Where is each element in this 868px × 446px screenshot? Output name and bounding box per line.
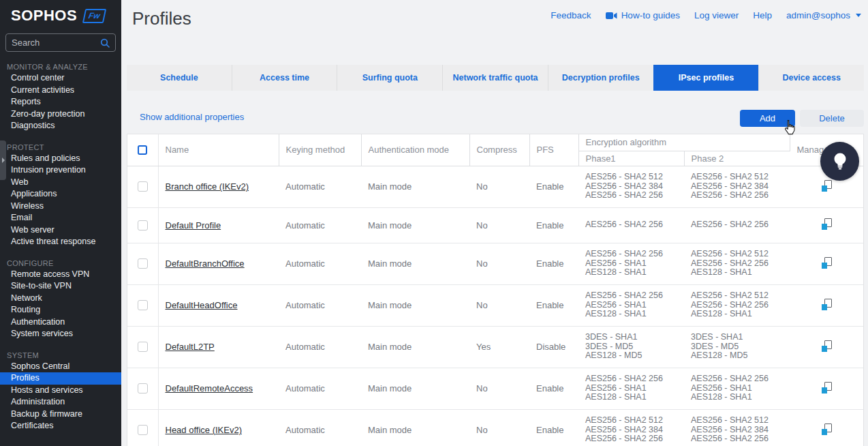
tab-access-time[interactable]: Access time [232,65,337,91]
firewall-badge-icon: Fw [82,9,106,23]
profile-name-link[interactable]: DefaultL2TP [166,342,215,352]
sidebar-item-web[interactable]: Web [0,177,121,189]
sidebar-item-authentication[interactable]: Authentication [0,316,121,329]
sidebar-item-active-threat-response[interactable]: Active threat response [0,236,121,248]
auth-mode-cell: Main mode [361,284,469,326]
sidebar-item-hosts-and-services[interactable]: Hosts and services [0,385,121,397]
auth-mode-cell: Main mode [361,243,469,284]
sidebar-item-routing[interactable]: Routing [0,304,121,316]
select-all-checkbox[interactable] [138,145,147,155]
ipsec-profiles-table: Name Keying method Authentication mode C… [127,134,864,446]
main-content: Profiles Feedback How-to guides Log view… [121,0,868,446]
sidebar-item-applications[interactable]: Applications [0,188,121,200]
profile-name-link[interactable]: DefaultRemoteAccess [166,383,253,393]
sidebar-item-certificates[interactable]: Certificates [0,420,121,432]
sidebar-item-sophos-central[interactable]: Sophos Central [0,361,121,373]
sidebar-search[interactable] [5,33,116,52]
tab-ipsec-profiles[interactable]: IPsec profiles [653,65,759,91]
sidebar-item-profiles[interactable]: Profiles [0,372,121,385]
brand-wordmark: SOPHOS [11,7,77,25]
sidebar-item-backup-firmware[interactable]: Backup & firmware [0,408,121,421]
profile-name-link[interactable]: DefaultHeadOffice [166,300,238,310]
compress-cell: No [469,207,529,243]
sidebar-item-site-to-site-vpn[interactable]: Site-to-site VPN [0,280,121,293]
log-viewer-link[interactable]: Log viewer [694,10,739,20]
profile-name-link[interactable]: DefaultBranchOffice [166,258,245,269]
col-header-authentication-mode: Authentication mode [361,134,469,166]
tab-network-traffic-quota[interactable]: Network traffic quota [442,65,548,91]
sidebar-item-web-server[interactable]: Web server [0,224,121,237]
keying-method-cell: Automatic [279,284,361,326]
row-checkbox[interactable] [138,342,148,352]
tab-device-access[interactable]: Device access [758,65,864,91]
sidebar-item-system-services[interactable]: System services [0,328,121,340]
sidebar-item-current-activities[interactable]: Current activities [0,85,121,97]
delete-button[interactable]: Delete [800,110,864,127]
phase2-cell: AES256 - SHA2 512 AES256 - SHA2 384 AES2… [684,409,790,446]
sidebar-item-zero-day-protection[interactable]: Zero-day protection [0,108,121,121]
clone-icon[interactable] [822,299,832,310]
clone-icon[interactable] [822,180,832,192]
row-checkbox[interactable] [138,425,148,435]
show-additional-properties-link[interactable]: Show additional properties [140,112,244,122]
sidebar-item-diagnostics[interactable]: Diagnostics [0,120,121,132]
how-to-guides-link[interactable]: How-to guides [606,10,680,20]
sidebar-item-reports[interactable]: Reports [0,96,121,108]
compress-cell: Yes [469,326,529,368]
sidebar-item-email[interactable]: Email [0,212,121,224]
auth-mode-cell: Main mode [361,207,469,243]
row-checkbox[interactable] [138,383,148,393]
help-lightbulb-button[interactable] [820,142,859,181]
clone-icon[interactable] [822,218,832,230]
sidebar-item-network[interactable]: Network [0,293,121,305]
pfs-cell: Enable [529,243,578,284]
profile-name-link[interactable]: Head office (IKEv2) [166,425,242,435]
row-checkbox[interactable] [138,181,148,192]
video-camera-icon [606,12,617,20]
compress-cell: No [469,166,529,207]
sidebar-item-control-center[interactable]: Control center [0,72,121,85]
add-button[interactable]: Add [740,110,795,127]
feedback-label: Feedback [551,10,591,20]
tab-schedule[interactable]: Schedule [127,65,232,91]
sidebar-item-administration[interactable]: Administration [0,396,121,408]
row-checkbox[interactable] [138,220,148,231]
tab-decryption-profiles[interactable]: Decryption profiles [548,65,653,91]
user-menu[interactable]: admin@sophos [786,10,861,20]
table-row: DefaultRemoteAccess Automatic Main mode … [127,368,863,409]
pfs-cell: Enable [529,166,578,207]
pfs-cell: Enable [529,368,578,409]
col-header-encryption-algorithm: Encryption algorithm [578,134,790,151]
sidebar-collapse-handle[interactable] [0,140,6,180]
phase1-cell: AES256 - SHA2 256 AES256 - SHA1 AES128 -… [578,284,684,326]
profile-name-link[interactable]: Branch office (IKEv2) [166,181,249,192]
clone-icon[interactable] [822,382,832,393]
clone-icon[interactable] [822,423,832,435]
col-header-phase1: Phase1 [578,151,684,166]
sophos-logo: SOPHOS Fw [0,0,121,25]
sidebar-item-wireless[interactable]: Wireless [0,200,121,213]
sidebar-item-rules-and-policies[interactable]: Rules and policies [0,153,121,165]
compress-cell: No [469,243,529,284]
feedback-link[interactable]: Feedback [551,10,591,20]
help-link[interactable]: Help [753,10,772,20]
sidebar-item-remote-access-vpn[interactable]: Remote access VPN [0,269,121,281]
row-checkbox[interactable] [138,258,148,269]
sidebar-item-intrusion-prevention[interactable]: Intrusion prevention [0,164,121,177]
clone-icon[interactable] [822,257,832,269]
table-row: Head office (IKEv2) Automatic Main mode … [127,409,863,446]
profile-name-link[interactable]: Default Profile [166,220,221,231]
table-row: DefaultBranchOffice Automatic Main mode … [127,243,863,284]
search-input[interactable] [12,38,100,48]
col-header-phase2: Phase 2 [684,151,790,166]
clone-icon[interactable] [822,340,832,352]
chevron-right-icon [2,158,5,163]
tab-surfing-quota[interactable]: Surfing quota [337,65,442,91]
pfs-cell: Disable [529,326,578,368]
row-checkbox[interactable] [138,300,148,310]
section-system: SYSTEM [0,349,121,361]
section-configure: CONFIGURE [0,257,121,269]
how-to-guides-label: How-to guides [621,10,680,20]
pfs-cell: Enable [529,284,578,326]
phase1-cell: AES256 - SHA2 512 AES256 - SHA2 384 AES2… [578,166,684,207]
